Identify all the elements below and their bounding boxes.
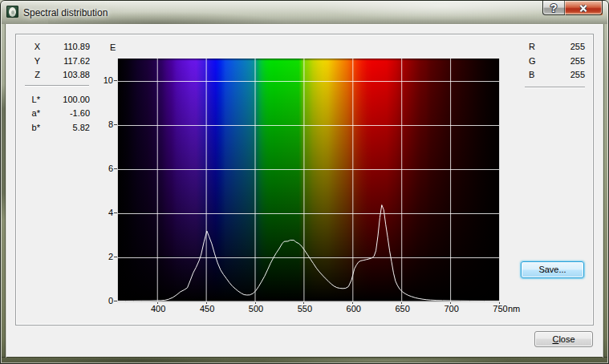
svg-text:?: ?	[550, 2, 558, 14]
